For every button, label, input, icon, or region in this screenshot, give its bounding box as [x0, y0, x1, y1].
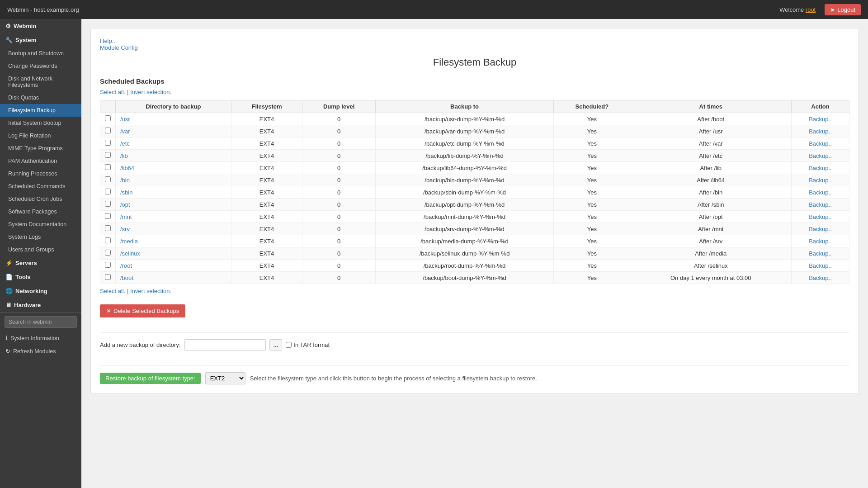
sidebar-system-info[interactable]: ℹ System Information	[0, 332, 81, 345]
sidebar-item-log-file-rotation[interactable]: Log File Rotation	[0, 129, 81, 142]
dir-link-11[interactable]: /selinux	[120, 250, 140, 257]
scheduled-cell: Yes	[554, 174, 630, 186]
sidebar-networking-header[interactable]: 🌐 Networking	[0, 284, 81, 298]
action-link-5[interactable]: Backup..	[809, 177, 832, 184]
sidebar-item-users-and-groups[interactable]: Users and Groups	[0, 243, 81, 256]
sidebar-hardware-header[interactable]: 🖥 Hardware	[0, 298, 81, 312]
networking-icon: 🌐	[5, 288, 13, 294]
invert-selection-link[interactable]: Invert selection.	[130, 89, 171, 95]
table-header-directory-to-backup: Directory to backup	[116, 100, 231, 113]
dir-link-6[interactable]: /sbin	[120, 189, 132, 196]
sidebar-item-bootup-and-shutdown[interactable]: Bootup and Shutdown	[0, 47, 81, 60]
dir-link-9[interactable]: /srv	[120, 226, 130, 232]
row-checkbox-4[interactable]	[105, 164, 111, 170]
browse-button[interactable]: ...	[269, 339, 283, 351]
at-times-cell: After /media	[630, 247, 792, 260]
dir-link-13[interactable]: /boot	[120, 275, 133, 281]
fs-cell: EXT4	[231, 260, 302, 272]
search-container	[0, 312, 81, 332]
user-link[interactable]: root	[806, 6, 816, 13]
action-link-10[interactable]: Backup..	[809, 238, 832, 245]
dir-link-10[interactable]: /media	[120, 238, 138, 245]
sidebar-refresh-modules[interactable]: ↻ Refresh Modules	[0, 345, 81, 358]
fs-cell: EXT4	[231, 211, 302, 223]
action-link-13[interactable]: Backup..	[809, 275, 832, 281]
logout-button[interactable]: ➤ Logout	[825, 4, 861, 15]
dir-link-1[interactable]: /var	[120, 128, 130, 135]
restore-info: Select the filesystem type and click thi…	[250, 375, 537, 382]
help-link[interactable]: Help..	[100, 38, 115, 44]
backup-to-cell: /backup/srv-dump-%Y-%m-%d	[375, 223, 553, 235]
backup-to-cell: /backup/media-dump-%Y-%m-%d	[375, 235, 553, 247]
dir-link-0[interactable]: /usr	[120, 116, 130, 123]
dir-link-8[interactable]: /mnt	[120, 213, 132, 220]
action-link-6[interactable]: Backup..	[809, 189, 832, 196]
sidebar-system-header[interactable]: 🔧 System	[0, 33, 81, 47]
sidebar-item-change-passwords[interactable]: Change Passwords	[0, 60, 81, 72]
sidebar-item-software-packages[interactable]: Software Packages	[0, 205, 81, 218]
action-link-3[interactable]: Backup..	[809, 152, 832, 159]
scheduled-cell: Yes	[554, 272, 630, 284]
action-link-11[interactable]: Backup..	[809, 250, 832, 257]
action-link-7[interactable]: Backup..	[809, 201, 832, 208]
tar-format-checkbox[interactable]	[286, 342, 292, 348]
row-checkbox-10[interactable]	[105, 237, 111, 243]
row-checkbox-12[interactable]	[105, 262, 111, 268]
action-link-12[interactable]: Backup..	[809, 262, 832, 269]
dir-link-4[interactable]: /lib64	[120, 165, 134, 171]
refresh-icon: ↻	[5, 348, 10, 355]
sidebar-item-initial-system-bootup[interactable]: Initial System Bootup	[0, 117, 81, 129]
row-checkbox-2[interactable]	[105, 140, 111, 146]
row-checkbox-0[interactable]	[105, 115, 111, 121]
row-checkbox-1[interactable]	[105, 128, 111, 133]
action-link-8[interactable]: Backup..	[809, 213, 832, 220]
sidebar-item-filesystem-backup[interactable]: Filesystem Backup	[0, 104, 81, 117]
dir-link-12[interactable]: /root	[120, 262, 132, 269]
sidebar-tools-header[interactable]: 📄 Tools	[0, 270, 81, 284]
dir-link-7[interactable]: /opt	[120, 201, 130, 208]
sidebar-item-mime-type-programs[interactable]: MIME Type Programs	[0, 142, 81, 155]
sidebar-item-running-processes[interactable]: Running Processes	[0, 167, 81, 180]
dir-link-3[interactable]: /lib	[120, 152, 128, 159]
sidebar-servers-header[interactable]: ⚡ Servers	[0, 256, 81, 270]
row-checkbox-7[interactable]	[105, 201, 111, 207]
delete-selected-btn[interactable]: ✕ Delete Selected Backups	[100, 304, 185, 317]
row-checkbox-9[interactable]	[105, 225, 111, 231]
action-link-0[interactable]: Backup..	[809, 116, 832, 123]
table-row: /varEXT40/backup/var-dump-%Y-%m-%dYesAft…	[100, 125, 849, 137]
action-link-1[interactable]: Backup..	[809, 128, 832, 135]
sidebar-item-system-logs[interactable]: System Logs	[0, 231, 81, 243]
module-config-link[interactable]: Module Config	[100, 44, 138, 51]
invert-selection-link-bottom[interactable]: Invert selection.	[130, 288, 171, 294]
scheduled-cell: Yes	[554, 223, 630, 235]
sidebar-webmin-header[interactable]: ⚙ Webmin	[0, 19, 81, 33]
fs-cell: EXT4	[231, 150, 302, 162]
select-all-link[interactable]: Select all.	[100, 89, 125, 95]
sidebar-item-pam-authentication[interactable]: PAM Authentication	[0, 155, 81, 167]
action-link-2[interactable]: Backup..	[809, 140, 832, 147]
action-link-4[interactable]: Backup..	[809, 165, 832, 171]
row-checkbox-8[interactable]	[105, 213, 111, 219]
action-link-9[interactable]: Backup..	[809, 226, 832, 232]
sidebar-item-disk-and-network-filesystems[interactable]: Disk and Network Filesystems	[0, 72, 81, 91]
sidebar-item-disk-quotas[interactable]: Disk Quotas	[0, 91, 81, 104]
backup-table: Directory to backupFilesystemDump levelB…	[100, 100, 849, 284]
new-backup-dir-input[interactable]	[184, 339, 266, 351]
row-checkbox-13[interactable]	[105, 274, 111, 280]
sidebar-item-scheduled-cron-jobs[interactable]: Scheduled Cron Jobs	[0, 193, 81, 205]
dir-link-5[interactable]: /bin	[120, 177, 130, 184]
row-checkbox-6[interactable]	[105, 189, 111, 194]
row-checkbox-5[interactable]	[105, 176, 111, 182]
select-all-link-bottom[interactable]: Select all.	[100, 288, 125, 294]
sidebar-item-system-documentation[interactable]: System Documentation	[0, 218, 81, 231]
row-checkbox-11[interactable]	[105, 250, 111, 256]
sidebar-item-scheduled-commands[interactable]: Scheduled Commands	[0, 180, 81, 193]
backup-to-cell: /backup/sbin-dump-%Y-%m-%d	[375, 186, 553, 199]
restore-button[interactable]: Restore backup of filesystem type:	[100, 373, 201, 384]
row-checkbox-3[interactable]	[105, 152, 111, 158]
search-input[interactable]	[5, 316, 77, 328]
filesystem-type-select[interactable]: EXT2EXT3EXT4XFSReiserFS	[205, 372, 245, 384]
fs-cell: EXT4	[231, 162, 302, 174]
backup-to-cell: /backup/etc-dump-%Y-%m-%d	[375, 137, 553, 150]
dir-link-2[interactable]: /etc	[120, 140, 130, 147]
